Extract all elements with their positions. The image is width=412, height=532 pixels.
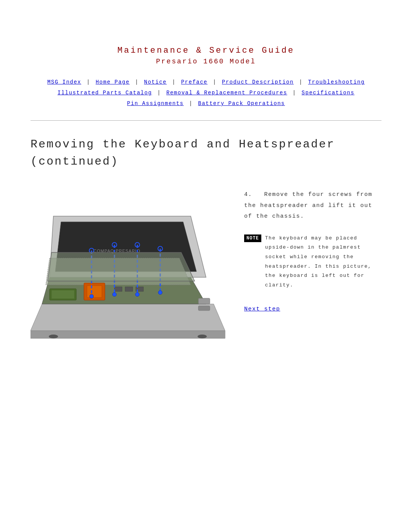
- nav-removal-replacement[interactable]: Removal & Replacement Procedures: [166, 90, 287, 96]
- svg-rect-29: [198, 306, 210, 310]
- content-area: COMPAQ PRESARIO: [31, 186, 381, 361]
- svg-point-23: [135, 293, 139, 296]
- svg-point-31: [198, 335, 207, 338]
- separator-7: |: [293, 90, 300, 96]
- note-label: NOTE: [244, 234, 261, 242]
- laptop-image: COMPAQ PRESARIO: [31, 186, 229, 361]
- note-text: The keyboard may be placed upside-down i…: [265, 234, 381, 290]
- heading-line1: Removing the Keyboard and Heatspreader: [31, 138, 335, 151]
- main-title: Maintenance & Service Guide: [31, 46, 381, 55]
- nav-preface[interactable]: Preface: [181, 79, 208, 85]
- header-section: Maintenance & Service Guide Presario 166…: [31, 46, 381, 65]
- image-container: COMPAQ PRESARIO: [31, 186, 229, 361]
- svg-rect-8: [87, 286, 102, 298]
- svg-marker-1: [31, 304, 225, 331]
- svg-point-17: [90, 294, 93, 298]
- svg-point-26: [158, 291, 162, 294]
- separator-6: |: [157, 90, 165, 96]
- divider: [31, 120, 381, 121]
- nav-troubleshooting[interactable]: Troubleshooting: [308, 79, 365, 85]
- nav-battery-pack[interactable]: Battery Pack Operations: [198, 100, 285, 107]
- step-text: 4. Remove the four screws from the heats…: [244, 189, 381, 222]
- separator-8: |: [189, 100, 196, 107]
- page-wrapper: Maintenance & Service Guide Presario 166…: [31, 46, 381, 361]
- svg-rect-11: [114, 287, 122, 291]
- separator-2: |: [135, 79, 143, 85]
- svg-rect-28: [198, 298, 210, 304]
- nav-pin-assignments[interactable]: Pin Assignments: [127, 100, 184, 107]
- nav-product-description[interactable]: Product Description: [222, 79, 294, 85]
- separator-1: |: [87, 79, 94, 85]
- separator-3: |: [172, 79, 180, 85]
- nav-illustrated-parts[interactable]: Illustrated Parts Catalog: [58, 90, 152, 96]
- nav-home-page[interactable]: Home Page: [96, 79, 130, 85]
- right-content: 4. Remove the four screws from the heats…: [244, 186, 381, 312]
- page-heading: Removing the Keyboard and Heatspreader (…: [31, 136, 381, 170]
- laptop-svg: COMPAQ PRESARIO: [31, 186, 229, 361]
- svg-point-20: [113, 293, 116, 296]
- note-box: NOTE The keyboard may be placed upside-d…: [244, 234, 381, 290]
- nav-specifications[interactable]: Specifications: [302, 90, 355, 96]
- nav-msg-index[interactable]: MSG Index: [47, 79, 81, 85]
- heading-line2: (continued): [31, 155, 119, 168]
- svg-point-30: [49, 335, 58, 338]
- navigation: MSG Index | Home Page | Notice | Preface…: [34, 77, 378, 109]
- separator-5: |: [299, 79, 307, 85]
- step-number: 4.: [244, 191, 252, 198]
- next-step-link[interactable]: Next step: [244, 306, 280, 312]
- svg-marker-27: [48, 252, 195, 281]
- separator-4: |: [213, 79, 220, 85]
- svg-rect-12: [125, 287, 133, 291]
- svg-rect-10: [52, 290, 74, 299]
- sub-title: Presario 1660 Model: [31, 58, 381, 65]
- nav-notice[interactable]: Notice: [144, 79, 167, 85]
- svg-marker-2: [31, 331, 225, 338]
